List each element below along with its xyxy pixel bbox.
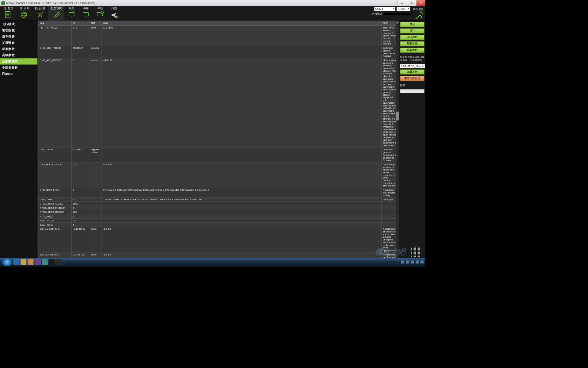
table-row[interactable]: GND_ALT_OFFSET0meters-128 127altitude of… — [38, 58, 399, 148]
window-minimize-button[interactable]: — — [398, 0, 407, 6]
sidebar-item-flight-modes[interactable]: 飞行模式 — [0, 21, 37, 27]
cell-cmd: GPS_HDOP_GOOD — [38, 162, 72, 188]
vertical-scrollbar[interactable]: ▲ ▼ — [396, 21, 399, 266]
svg-point-8 — [39, 14, 40, 16]
table-row[interactable]: GPSGLITCH_ENABLE1 — [38, 206, 399, 210]
menu-flight-data[interactable]: 飞行数据 — [0, 6, 16, 20]
save-button[interactable]: 保存 — [400, 29, 424, 34]
taskbar-item[interactable] — [42, 259, 48, 265]
sidebar-item-full-parameter-list[interactable]: 全部参数表 — [0, 58, 37, 64]
taskbar-item[interactable] — [21, 259, 27, 265]
menu-config-tuning[interactable]: 配置/调试 — [48, 6, 65, 20]
col-header-value[interactable]: 值 — [71, 21, 89, 26]
cell-val[interactable]: 1 — [71, 197, 89, 201]
cell-val[interactable]: 1000 — [71, 201, 89, 206]
write-params-button[interactable]: 写入参数 — [400, 35, 424, 40]
cell-val[interactable]: 1 — [71, 214, 89, 218]
com-port-select[interactable]: COM4▾ — [374, 7, 395, 11]
compare-params-button[interactable]: 比较参数 — [400, 48, 424, 53]
scroll-thumb[interactable] — [396, 112, 399, 121]
cell-val[interactable]: 230 — [71, 162, 89, 188]
table-row[interactable]: INAV_TC_Z5 — [38, 223, 399, 227]
col-header-options[interactable]: 选项 — [101, 21, 381, 26]
cell-val[interactable]: 0 — [71, 58, 89, 148]
start-button[interactable] — [2, 258, 13, 266]
sidebar-item-advanced-params[interactable]: 高级参数 — [0, 52, 37, 58]
parameter-table: 命令 值 单位 选项 描述 FS_THR_VALUE975pwm925 1100… — [38, 21, 399, 266]
sidebar-item-planner[interactable]: Planner — [0, 71, 37, 77]
table-row[interactable]: INAV_TC_XY2.5 — [38, 218, 399, 223]
menu-help[interactable]: 帮助 ? — [93, 6, 107, 20]
left-sidebar: 飞行模式 地理围栏 基本调参 扩展调参 标准参数 高级参数 全部参数表 全部参数… — [0, 21, 38, 266]
menu-donate[interactable]: 捐赠 $ — [107, 6, 121, 20]
terminal-icon: >_ — [81, 10, 90, 19]
taskbar-item[interactable] — [35, 259, 41, 265]
cell-opt: 0:None 1:AUTO 2:uBlox 3:MTK 4:MTK19 5:NM… — [101, 197, 381, 201]
taskbar-item[interactable] — [56, 259, 62, 265]
link-stats-bar[interactable]: ▾ — [383, 12, 412, 16]
menu-initial-setup[interactable]: 初始设置 — [32, 6, 48, 20]
cell-val[interactable]: 2.5 — [71, 218, 89, 223]
tray-icon[interactable] — [416, 260, 419, 263]
system-tray[interactable] — [401, 260, 424, 263]
cell-val[interactable]: 1 — [71, 206, 89, 210]
disconnect-label[interactable]: 断开连接 — [413, 7, 424, 11]
tray-icon[interactable] — [420, 260, 424, 263]
connect-plug-icon[interactable] — [414, 11, 423, 20]
sidebar-item-geofence[interactable]: 地理围栏 — [0, 27, 37, 33]
baud-rate-select[interactable]: 57600▾ — [397, 7, 410, 11]
table-row[interactable]: FS_THR_VALUE975pwm925 1100The PWM level … — [38, 26, 399, 46]
cell-val[interactable]: 5 — [71, 223, 89, 227]
refresh-params-button[interactable]: 刷新参数 — [400, 41, 424, 47]
cell-opt: 100 900 — [101, 162, 381, 188]
table-row[interactable]: GPSGLITCH_ACCEL1000 — [38, 201, 399, 206]
cell-val[interactable]: -0.1645999 — [71, 227, 89, 252]
menu-terminal[interactable]: 终端 >_ — [79, 6, 93, 20]
help-icon: ? — [96, 10, 104, 19]
cell-unit — [89, 214, 101, 218]
load-preset-button[interactable]: 加载参数 — [400, 69, 424, 75]
table-row[interactable]: GPS_TYPE10:None 1:AUTO 2:uBlox 3:MTK 4:M… — [38, 197, 399, 201]
taskbar-item[interactable] — [13, 259, 19, 265]
svg-point-5 — [21, 13, 27, 16]
table-row[interactable]: HLD_LAT_P1 — [38, 214, 399, 218]
load-button[interactable]: 加载 — [400, 22, 424, 27]
sidebar-item-extended-tuning[interactable]: 扩展调参 — [0, 40, 37, 46]
sidebar-item-full-parameter-tree[interactable]: 全部参数树 — [0, 65, 37, 71]
monitor-sim-icon — [67, 10, 76, 19]
menu-flight-plan[interactable]: 飞行计划 — [16, 6, 32, 20]
cell-unit — [89, 223, 101, 227]
svg-rect-9 — [69, 13, 74, 16]
preset-select[interactable]: 3DR_AERO_M.pa — [400, 64, 425, 68]
sidebar-item-basic-tuning[interactable]: 基本调参 — [0, 33, 37, 40]
sidebar-item-label: 全部参数树 — [2, 66, 18, 69]
window-maximize-button[interactable]: ▭ — [407, 0, 416, 6]
cell-val[interactable]: 200 — [71, 210, 89, 214]
cell-val[interactable]: 33.43835 — [71, 148, 89, 162]
cell-val[interactable]: 50160.67 — [71, 46, 89, 58]
table-row[interactable]: GND_ABS_PRESS50160.67pascalscalibrated g… — [38, 46, 399, 58]
link-stats-label: 链接统计 — [372, 12, 383, 16]
taskbar-item[interactable] — [49, 259, 55, 265]
window-close-button[interactable]: ✕ — [416, 0, 425, 6]
table-row[interactable]: INS_ACCOFFS_X-0.1645999m/s/s-3.5 3.5Acce… — [38, 227, 399, 252]
tray-icon[interactable] — [401, 260, 404, 263]
cell-cmd: INAV_TC_Z — [38, 223, 72, 227]
menu-simulation[interactable]: 模拟 — [65, 6, 79, 20]
search-input[interactable] — [400, 89, 424, 93]
tray-icon[interactable] — [411, 260, 414, 263]
col-header-unit[interactable]: 单位 — [89, 21, 101, 26]
scroll-up-arrow[interactable]: ▲ — [396, 21, 399, 24]
cell-val[interactable]: 975 — [71, 26, 89, 46]
cell-unit — [89, 210, 101, 214]
sidebar-item-standard-params[interactable]: 标准参数 — [0, 46, 37, 52]
table-row[interactable]: GPS_NAVFILTER80:Portable 2:Stationary 3:… — [38, 188, 399, 197]
table-row[interactable]: GND_TEMP33.43835degrees celsiuscalibrate… — [38, 148, 399, 162]
table-row[interactable]: GPSGLITCH_RADIUS200 — [38, 210, 399, 214]
tray-icon[interactable] — [406, 260, 409, 263]
taskbar-item[interactable] — [28, 259, 34, 265]
col-header-command[interactable]: 命令 — [38, 21, 72, 26]
reset-default-button[interactable]: 重置为默认值 — [400, 76, 424, 81]
table-row[interactable]: GPS_HDOP_GOOD230100 900GPS Hdop value at… — [38, 162, 399, 188]
cell-val[interactable]: 8 — [71, 188, 89, 197]
